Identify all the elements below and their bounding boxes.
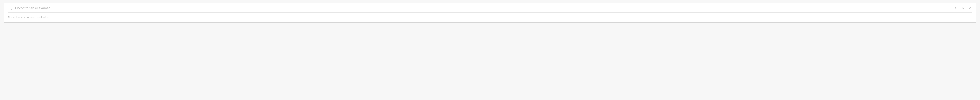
previous-match-button[interactable] bbox=[953, 6, 958, 10]
close-icon bbox=[968, 6, 972, 10]
find-in-exam-panel: No se han encontrado resultados bbox=[4, 3, 976, 22]
arrow-down-icon bbox=[961, 6, 964, 10]
search-input[interactable] bbox=[15, 6, 950, 10]
search-icon bbox=[8, 6, 12, 10]
search-nav-controls bbox=[953, 6, 972, 10]
arrow-up-icon bbox=[954, 6, 958, 10]
close-search-button[interactable] bbox=[968, 6, 972, 10]
no-results-message: No se han encontrado resultados bbox=[8, 13, 972, 19]
svg-line-1 bbox=[11, 9, 11, 10]
next-match-button[interactable] bbox=[961, 6, 965, 10]
search-row bbox=[8, 6, 972, 13]
